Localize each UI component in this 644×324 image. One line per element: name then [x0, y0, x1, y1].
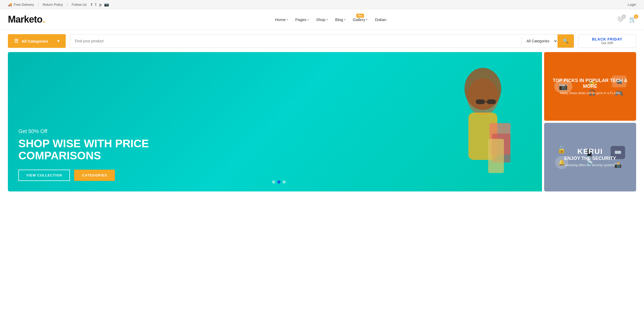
hero-content: Get 50% Off SHOP WISE WITH PRICE COMPARI…	[18, 128, 149, 181]
slider-dot-1[interactable]	[272, 180, 275, 184]
black-friday-sub: Get 45ff!	[586, 41, 628, 45]
all-categories-label: All Categories	[22, 39, 48, 43]
logo[interactable]: Marketo.	[8, 14, 45, 25]
tech-banner[interactable]: 📷 🚁 🎧 📹 🎮	[544, 52, 636, 121]
chevron-down-icon: ▾	[287, 18, 288, 21]
search-bar: All Categories Electronics Fashion Home …	[70, 34, 574, 48]
tech-banner-sub: Hurry, these deals will be gone in a FLA…	[549, 91, 631, 95]
nav-dokan-label: Dokan	[375, 17, 386, 22]
login-link[interactable]: Login	[628, 3, 636, 7]
search-icon: 🔍	[563, 38, 569, 44]
security-banner-title: ENJOY THE SECURITY	[564, 156, 616, 161]
chevron-down-icon: ▾	[344, 18, 345, 21]
instagram-icon[interactable]: 📷	[104, 2, 109, 7]
hero-promo-text: Get 50% Off	[18, 128, 149, 134]
nav-blog[interactable]: Blog ▾	[335, 17, 345, 22]
view-collection-button[interactable]: VIEW COLLECTION	[18, 170, 70, 181]
search-row: ☰ All Categories ▾ All Categories Electr…	[0, 30, 644, 52]
hero-person-illustration	[437, 65, 529, 191]
svg-rect-6	[476, 99, 485, 104]
nav-home[interactable]: Home ▾	[275, 17, 288, 22]
nav-shop[interactable]: Shop ▾	[316, 17, 328, 22]
main-nav: Home ▾ Pages ▾ Shop ▾ Blog ▾ Hot Gallery…	[275, 17, 386, 22]
nav-gallery[interactable]: Hot Gallery ▾	[353, 17, 368, 22]
hero-title-line2: COMPARISONS	[18, 149, 101, 162]
search-input[interactable]	[70, 34, 522, 48]
category-select[interactable]: All Categories Electronics Fashion Home …	[522, 34, 558, 48]
pinterest-icon[interactable]: 𝐩	[99, 2, 101, 7]
twitter-icon[interactable]: 𝕥	[95, 2, 97, 7]
chevron-down-icon: ▾	[326, 18, 328, 21]
security-banner-sub: Amazing offers for security systems	[564, 163, 616, 167]
slider-dot-2[interactable]	[277, 180, 280, 184]
free-delivery-label: Free Delivery	[14, 3, 34, 7]
black-friday-banner[interactable]: BLACK FRIDAY Get 45ff!	[578, 34, 636, 48]
hero-title: SHOP WISE WITH PRICE COMPARISONS	[18, 138, 149, 162]
return-policy-label: Return Policy	[43, 3, 63, 7]
follow-us-label: Follow Us	[72, 3, 87, 7]
facebook-icon[interactable]: 𝐟	[91, 2, 92, 7]
chevron-down-icon: ▾	[308, 18, 309, 21]
hero-main-banner: Get 50% Off SHOP WISE WITH PRICE COMPARI…	[8, 52, 542, 191]
black-friday-title: BLACK FRIDAY	[586, 37, 628, 41]
slider-dot-3[interactable]	[283, 180, 286, 184]
tech-banner-text: TOP PICKS IN POPULAR TECH & MORE Hurry, …	[549, 78, 631, 95]
cart-button[interactable]: 🛒 0	[629, 16, 636, 23]
nav-dokan[interactable]: Dokan	[375, 17, 386, 22]
chevron-down-icon: ▾	[57, 39, 59, 43]
header: Marketo. Home ▾ Pages ▾ Shop ▾ Blog ▾ Ho…	[0, 9, 644, 30]
return-policy-item: Return Policy	[43, 3, 67, 7]
tech-banner-title: TOP PICKS IN POPULAR TECH & MORE	[549, 78, 631, 89]
hero-right-banners: 📷 🚁 🎧 📹 🎮	[544, 52, 636, 191]
categories-button[interactable]: CATEGORIES	[74, 170, 115, 181]
hero-title-line1: SHOP WISE WITH PRICE	[18, 137, 149, 150]
top-bar: 🚚 Free Delivery Return Policy Follow Us …	[0, 0, 644, 9]
security-banner[interactable]: 🔒 🔔 📱 📡 ⌨️ 📸 KERUI ENJ	[544, 123, 636, 191]
hero-section: Get 50% Off SHOP WISE WITH PRICE COMPARI…	[0, 52, 644, 191]
wishlist-badge: 0	[622, 14, 626, 19]
kerui-brand: KERUI	[564, 147, 616, 156]
all-categories-button[interactable]: ☰ All Categories ▾	[8, 34, 66, 48]
security-banner-text: KERUI ENJOY THE SECURITY Amazing offers …	[564, 147, 616, 167]
social-links: Follow Us 𝐟 𝕥 𝐩 📷	[72, 2, 109, 7]
free-delivery-item: 🚚 Free Delivery	[8, 3, 38, 7]
chevron-down-icon: ▾	[366, 18, 367, 21]
woman-svg	[437, 65, 529, 191]
svg-rect-7	[487, 99, 496, 104]
hot-badge: Hot	[356, 14, 364, 18]
search-button[interactable]: 🔍	[558, 34, 574, 48]
truck-icon: 🚚	[8, 3, 12, 7]
nav-pages[interactable]: Pages ▾	[295, 17, 309, 22]
nav-blog-label: Blog	[335, 17, 343, 22]
nav-shop-label: Shop	[316, 17, 325, 22]
hero-buttons: VIEW COLLECTION CATEGORIES	[18, 170, 149, 181]
hero-slider-dots	[272, 180, 286, 184]
nav-home-label: Home	[275, 17, 285, 22]
svg-rect-5	[488, 139, 504, 173]
header-icons: 🤍 0 🛒 0	[617, 16, 636, 23]
wishlist-button[interactable]: 🤍 0	[617, 16, 624, 23]
menu-icon: ☰	[14, 38, 18, 44]
nav-gallery-label: Gallery	[353, 17, 365, 22]
cart-badge: 0	[634, 14, 638, 19]
top-bar-left: 🚚 Free Delivery Return Policy Follow Us …	[8, 2, 109, 7]
nav-pages-label: Pages	[295, 17, 306, 22]
